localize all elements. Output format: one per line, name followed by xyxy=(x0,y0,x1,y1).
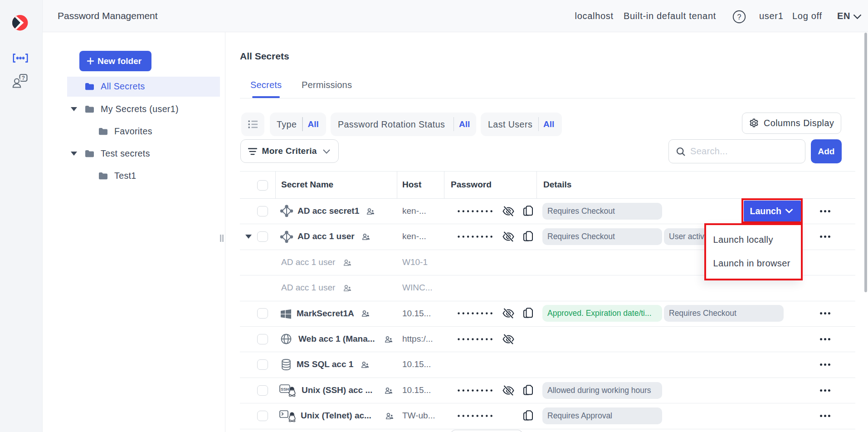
svg-text:?: ? xyxy=(737,13,741,21)
svg-text:?: ? xyxy=(22,75,25,81)
